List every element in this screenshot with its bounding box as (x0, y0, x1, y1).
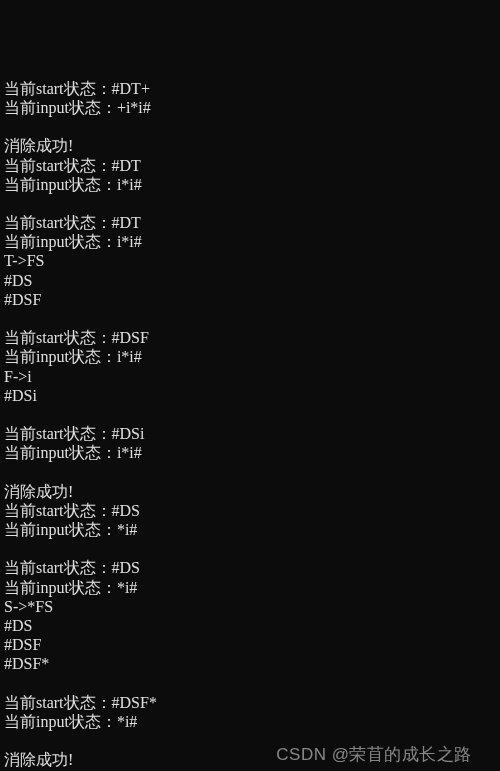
terminal-line: T->FS (4, 251, 496, 270)
terminal-line (4, 309, 496, 328)
terminal-line: 当前input状态：i*i# (4, 443, 496, 462)
terminal-line: 当前start状态：#DSi (4, 424, 496, 443)
terminal-line: #DSF* (4, 654, 496, 673)
terminal-line: S->*FS (4, 597, 496, 616)
terminal-line (4, 463, 496, 482)
terminal-line: 当前input状态：+i*i# (4, 98, 496, 117)
terminal-output: 当前start状态：#DT+当前input状态：+i*i# 消除成功!当前sta… (4, 79, 496, 771)
terminal-line: F->i (4, 367, 496, 386)
terminal-line (4, 117, 496, 136)
terminal-line: 当前input状态：i*i# (4, 232, 496, 251)
terminal-line: 消除成功! (4, 482, 496, 501)
terminal-line: 当前start状态：#DS (4, 501, 496, 520)
terminal-line: 当前input状态：*i# (4, 578, 496, 597)
terminal-line: 当前start状态：#DT (4, 156, 496, 175)
terminal-line: 当前input状态：i*i# (4, 347, 496, 366)
terminal-line: #DS (4, 271, 496, 290)
terminal-line: 当前input状态：*i# (4, 712, 496, 731)
terminal-line: 当前start状态：#DT (4, 213, 496, 232)
terminal-line: 当前input状态：*i# (4, 520, 496, 539)
terminal-line: #DSi (4, 386, 496, 405)
terminal-line (4, 674, 496, 693)
terminal-line (4, 731, 496, 750)
terminal-line: 当前start状态：#DSF (4, 328, 496, 347)
terminal-line (4, 539, 496, 558)
terminal-line: 当前start状态：#DT+ (4, 79, 496, 98)
terminal-line: 当前start状态：#DS (4, 558, 496, 577)
terminal-line: 当前start状态：#DSF* (4, 693, 496, 712)
terminal-line: #DSF (4, 290, 496, 309)
terminal-line: #DSF (4, 635, 496, 654)
terminal-line (4, 194, 496, 213)
terminal-line: 消除成功! (4, 750, 496, 769)
terminal-line: #DS (4, 616, 496, 635)
terminal-line: 当前input状态：i*i# (4, 175, 496, 194)
terminal-line (4, 405, 496, 424)
terminal-line: 消除成功! (4, 136, 496, 155)
